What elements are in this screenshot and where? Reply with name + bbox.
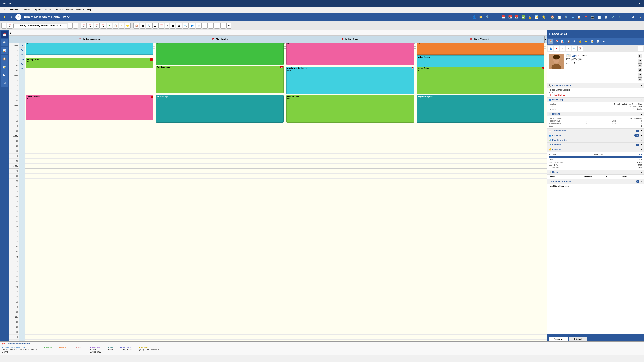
nav-M2-button[interactable]: M — [638, 77, 642, 81]
sidebar-calendar-button[interactable]: 📅 — [1, 31, 8, 38]
view-medical-button[interactable]: ⚕ — [165, 23, 170, 29]
col-nav-btn-5[interactable]: M — [19, 66, 25, 71]
view-grid-button[interactable]: ▦ — [140, 23, 145, 29]
view-tooth-button[interactable]: 🦷 — [196, 23, 202, 29]
menu-contacts[interactable]: Contacts — [20, 8, 32, 11]
rp-home-icon[interactable]: 🏠 — [548, 38, 554, 44]
rp-chart-icon[interactable]: 📊 — [560, 38, 565, 44]
tb-grid-icon[interactable]: 📋 — [576, 14, 582, 20]
view-img-button[interactable]: 🖼 — [170, 23, 176, 29]
contacts-header[interactable]: 👥 Contacts 104 ▼ — [547, 133, 644, 138]
appt-add-button[interactable]: 📅 — [81, 23, 86, 29]
menu-insurance[interactable]: Insurance — [8, 8, 20, 11]
menu-financial[interactable]: Financial — [53, 8, 64, 11]
menu-patient[interactable]: Patient — [43, 8, 52, 11]
rpt-user-icon[interactable]: 👤 — [548, 46, 554, 51]
appointment-D-8[interactable]: Aditya BatakrcL — [417, 66, 544, 94]
collapse-button[interactable]: ▲ — [544, 35, 547, 42]
view-search-button[interactable]: 🔍 — [146, 23, 152, 29]
appt-list-button[interactable]: 📋 — [112, 23, 118, 29]
menu-file[interactable]: File — [1, 8, 8, 11]
appointment-M-7[interactable]: Elizabeth Owensrc2 — [156, 43, 284, 65]
rp-tooth-icon[interactable]: 🦷 — [595, 38, 600, 44]
view-cloud-button[interactable]: ☁ — [152, 23, 158, 29]
close-button[interactable]: ✕ — [637, 1, 642, 6]
view-map-button[interactable]: 🔍 — [183, 23, 188, 29]
next-button[interactable]: ► — [68, 23, 72, 29]
menu-window[interactable]: Window — [75, 8, 85, 11]
rp-list-icon[interactable]: 📋 — [566, 38, 571, 44]
view-minus-button[interactable]: － — [208, 23, 214, 29]
rpt-pencil-icon[interactable]: ✏ — [560, 46, 565, 51]
view-right-button[interactable]: → — [220, 23, 226, 29]
view-users-button[interactable]: 👥 — [189, 23, 195, 29]
appt-green-button[interactable]: 📅 — [100, 23, 106, 29]
tb-syringe-icon[interactable]: 💉 — [610, 14, 616, 20]
tab-personal[interactable]: Personal — [549, 337, 568, 341]
nav-D-button[interactable]: D — [638, 54, 642, 58]
additional-info-header[interactable]: ℹ Additional Information 0 ▲ — [547, 179, 644, 184]
rpt-heart-icon[interactable]: ♥ — [554, 46, 559, 51]
tb-tooth-icon[interactable]: 🦷 — [603, 14, 609, 20]
view-cal-button[interactable]: 📅 — [158, 23, 164, 29]
rpt-cal-icon[interactable]: 📅 — [578, 46, 583, 51]
appointments-header[interactable]: 📅 Appointments 1 ▼ — [547, 129, 644, 133]
col-nav-btn-2[interactable]: M — [19, 52, 25, 57]
appointment-T-6[interactable]: Khadija Nbumberesto2 — [26, 43, 153, 55]
rp-note-icon[interactable]: 📝 — [589, 38, 594, 44]
tb-user-icon[interactable]: 👤 — [471, 14, 477, 20]
rpt-expand-icon[interactable]: □ — [638, 46, 643, 51]
appointment-M-8[interactable]: Archie JohnsonrcL2 — [156, 65, 284, 93]
appointment-K-8[interactable]: Annika van der HeuvelrestoL — [286, 66, 414, 94]
minimize-button[interactable]: — — [624, 1, 630, 6]
tb-cloud-icon[interactable]: ☁ — [570, 14, 576, 20]
view-house-button[interactable]: 🏠 — [134, 23, 139, 29]
appointment-M-9[interactable]: Krunal Singhrc — [156, 95, 284, 122]
col-nav-btn-0[interactable]: D — [19, 43, 25, 48]
tb-up-icon[interactable]: ↑ — [616, 14, 622, 20]
appt-check-button[interactable]: ✓ — [107, 23, 112, 29]
tb-check-icon[interactable]: ✅ — [520, 14, 526, 20]
rp-delete-icon[interactable]: 🗑 — [572, 38, 577, 44]
col-nav-btn-1[interactable]: W — [19, 48, 25, 52]
settings-icon[interactable]: ⚙ — [8, 14, 14, 20]
tb-magnify-icon[interactable]: 🔎 — [563, 14, 569, 20]
rpt-search-icon[interactable]: 🔍 — [572, 46, 577, 51]
nav-W-button[interactable]: W — [638, 59, 642, 63]
tb-chart-icon[interactable]: 📊 — [556, 14, 562, 20]
prev-button[interactable]: ◄ — [1, 23, 6, 29]
tb-search-icon[interactable]: 🔍 — [485, 14, 491, 20]
nav-CD-button[interactable]: C D — [638, 68, 642, 72]
tab-numbers[interactable]: 1 — [10, 32, 11, 34]
mult-input[interactable] — [571, 61, 578, 65]
view-export-button[interactable]: ↤ — [226, 23, 232, 29]
tb-note-icon[interactable]: 📝 — [534, 14, 540, 20]
nav-M-button[interactable]: M — [638, 63, 642, 67]
date-nav-icon[interactable]: 📅 — [7, 23, 13, 29]
menu-help[interactable]: Help — [86, 8, 93, 11]
appointment-D-6[interactable]: Carlos Santoronpe — [417, 43, 544, 55]
tb-cal2-icon[interactable]: 📅 — [507, 14, 513, 20]
past24-header[interactable]: 📊 Past 24 Months ▼ — [547, 138, 644, 142]
appointment-K-9[interactable]: Maia de Leonresto — [286, 95, 414, 122]
tb-house-icon[interactable]: 🏠 — [550, 14, 556, 20]
tab-clinical[interactable]: Clinical — [569, 337, 587, 341]
rpt-trash-icon[interactable]: 🗑 — [566, 46, 571, 51]
tb-export-icon[interactable]: ↤ — [636, 14, 643, 20]
view-left-button[interactable]: ← — [214, 23, 220, 29]
home-icon[interactable]: ★ — [1, 14, 8, 20]
appointment-D-9[interactable]: Isagani Pangalilarc — [417, 95, 544, 122]
insurance-header[interactable]: 🛡 Insurance 4 ▼ — [547, 143, 644, 147]
notes-header[interactable]: 📝 Notes ▼ — [547, 170, 644, 175]
tb-lock-icon[interactable]: 🔒 — [527, 14, 533, 20]
sidebar-list-button[interactable]: 📋 — [1, 55, 8, 62]
appointment-K-7[interactable]: Tremaine Hughesextr2 — [286, 43, 414, 65]
menu-utilities[interactable]: Utilities — [64, 8, 74, 11]
sidebar-img-button[interactable]: 🖼 — [1, 71, 8, 79]
sidebar-chart-button[interactable]: 📊 — [1, 47, 8, 54]
sidebar-mail-button[interactable]: ✉ — [1, 79, 8, 87]
tb-cal3-icon[interactable]: 📅 — [514, 14, 520, 20]
hygiene-header[interactable]: 🦷 Hygiene ▲ — [547, 112, 644, 116]
tb-star-icon[interactable]: ⭐ — [540, 14, 546, 20]
tb-folder-icon[interactable]: 📁 — [478, 14, 484, 20]
